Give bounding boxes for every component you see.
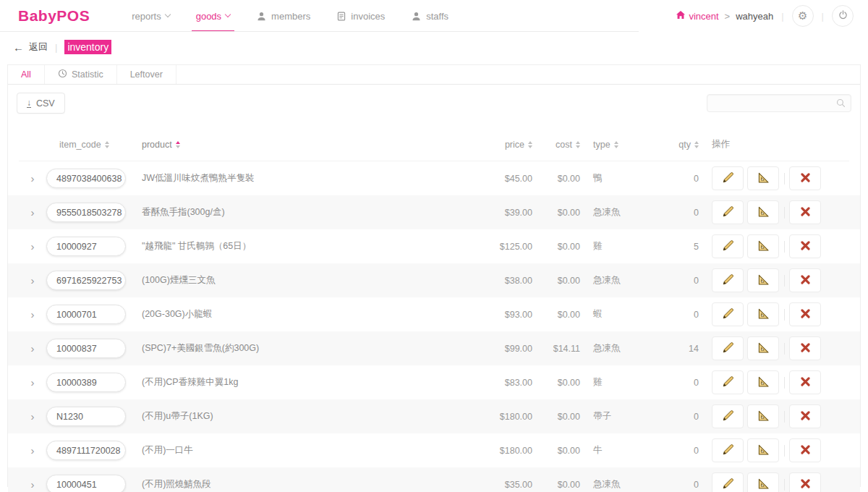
divider	[784, 241, 785, 253]
delete-button[interactable]	[789, 200, 821, 224]
header-price[interactable]: price	[454, 140, 532, 150]
expand-chevron-icon[interactable]: ›	[31, 240, 35, 253]
delete-button[interactable]	[789, 234, 821, 258]
edit-button[interactable]	[712, 438, 744, 462]
chevron-down-icon	[225, 12, 231, 17]
item-code-field[interactable]: 4897038400638	[46, 169, 126, 188]
edit-button[interactable]	[712, 404, 744, 428]
table-row: › N1230 (不用)u帶子(1KG) $180.00 $0.00 帶子 0	[8, 399, 860, 433]
nav-item-staffs[interactable]: staffs	[398, 0, 461, 32]
edit-button[interactable]	[712, 166, 744, 190]
expand-chevron-icon[interactable]: ›	[31, 308, 35, 321]
measure-button[interactable]	[747, 302, 779, 326]
measure-button[interactable]	[747, 268, 779, 292]
delete-button[interactable]	[789, 370, 821, 394]
delete-button[interactable]	[789, 472, 821, 492]
nav-item-reports[interactable]: reports	[119, 0, 182, 32]
expand-chevron-icon[interactable]: ›	[31, 172, 35, 184]
search-icon[interactable]	[835, 98, 846, 111]
edit-button[interactable]	[712, 234, 744, 258]
delete-button[interactable]	[789, 404, 821, 428]
search-box	[707, 94, 851, 112]
header-type[interactable]: type	[593, 140, 618, 150]
product-name: (不用)照燒鯖魚段	[142, 478, 454, 491]
header-product[interactable]: product	[142, 140, 180, 150]
back-button[interactable]: ← 返回	[13, 41, 48, 54]
csv-export-button[interactable]: ↓ CSV	[17, 93, 65, 114]
delete-button[interactable]	[789, 336, 821, 360]
price-value: $38.00	[454, 276, 532, 286]
measure-button[interactable]	[747, 166, 779, 190]
header-qty[interactable]: qty	[661, 140, 699, 150]
tab-statistic[interactable]: Statistic	[45, 65, 117, 84]
item-code-field[interactable]: 10000389	[46, 373, 126, 392]
measure-button[interactable]	[747, 336, 779, 360]
edit-button[interactable]	[712, 200, 744, 224]
item-code-field[interactable]: 4897111720028	[46, 441, 126, 460]
delete-button[interactable]	[789, 268, 821, 292]
edit-button[interactable]	[712, 370, 744, 394]
delete-button[interactable]	[789, 302, 821, 326]
person-icon	[256, 11, 267, 22]
expand-chevron-icon[interactable]: ›	[31, 342, 35, 355]
cost-value: $0.00	[532, 310, 580, 320]
delete-button[interactable]	[789, 438, 821, 462]
edit-button[interactable]	[712, 302, 744, 326]
expand-chevron-icon[interactable]: ›	[31, 478, 35, 491]
item-code-field[interactable]: N1230	[46, 407, 126, 426]
nav-item-label: members	[271, 11, 310, 22]
measure-button[interactable]	[747, 404, 779, 428]
tab-all[interactable]: All	[8, 65, 45, 84]
divider	[784, 207, 785, 219]
settings-button[interactable]: ⚙	[792, 5, 814, 27]
qty-value: 0	[661, 412, 699, 422]
item-code-field[interactable]: 10000451	[46, 475, 126, 492]
expand-chevron-icon[interactable]: ›	[31, 206, 35, 219]
logout-button[interactable]	[832, 5, 854, 27]
cost-value: $0.00	[532, 378, 580, 388]
header-label: product	[142, 140, 172, 150]
measure-button[interactable]	[747, 234, 779, 258]
delete-button[interactable]	[789, 166, 821, 190]
item-code-field[interactable]: 6971625922753	[46, 271, 126, 290]
expand-chevron-icon[interactable]: ›	[31, 410, 35, 423]
item-code-field[interactable]: 9555018503278	[46, 203, 126, 222]
tab-leftover[interactable]: Leftover	[117, 65, 176, 84]
edit-button[interactable]	[712, 268, 744, 292]
header-item-code[interactable]: item_code	[59, 140, 109, 150]
edit-button[interactable]	[712, 336, 744, 360]
divider	[784, 309, 785, 321]
edit-button[interactable]	[712, 472, 744, 492]
measure-button[interactable]	[747, 370, 779, 394]
item-code-field[interactable]: 10000927	[46, 237, 126, 256]
measure-button[interactable]	[747, 200, 779, 224]
type-value: 急凍魚	[580, 478, 661, 491]
breadcrumb-separator: >	[725, 11, 731, 22]
triangle-ruler-icon	[756, 170, 771, 187]
expand-chevron-icon[interactable]: ›	[31, 274, 35, 287]
item-code-field[interactable]: 10000701	[46, 305, 126, 324]
brand-logo[interactable]: BabyPOS	[18, 7, 90, 25]
expand-chevron-icon[interactable]: ›	[31, 444, 35, 457]
measure-button[interactable]	[747, 438, 779, 462]
measure-button[interactable]	[747, 472, 779, 492]
type-value: 牛	[580, 444, 661, 457]
gear-icon: ⚙	[798, 9, 807, 22]
expand-chevron-icon[interactable]: ›	[31, 376, 35, 389]
header-cost[interactable]: cost	[532, 140, 580, 150]
nav-item-goods[interactable]: goods	[183, 0, 243, 32]
product-name: (不用)一口牛	[142, 444, 454, 457]
triangle-ruler-icon	[756, 272, 771, 289]
search-input[interactable]	[707, 94, 851, 112]
table-row: › 6971625922753 (100G)煙燻三文魚 $38.00 $0.00…	[8, 263, 860, 297]
nav-item-members[interactable]: members	[243, 0, 323, 32]
store-link[interactable]: vincent	[676, 10, 718, 22]
price-value: $45.00	[454, 174, 532, 184]
item-code-field[interactable]: 10000837	[46, 339, 126, 358]
nav-item-label: reports	[132, 11, 161, 22]
delete-x-icon	[799, 477, 812, 492]
header-label: cost	[556, 140, 572, 150]
divider	[784, 479, 785, 491]
header-label: type	[593, 140, 610, 150]
nav-item-invoices[interactable]: invoices	[323, 0, 398, 32]
